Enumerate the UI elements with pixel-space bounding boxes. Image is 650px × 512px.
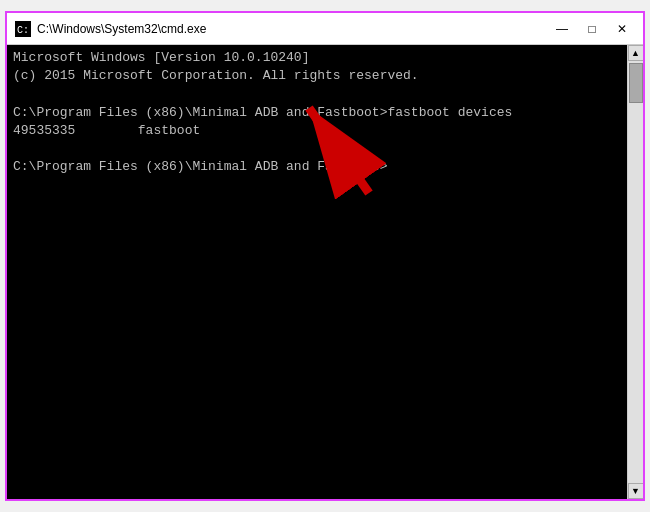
svg-text:C:: C: xyxy=(17,25,29,36)
titlebar-title: C:\Windows\System32\cmd.exe xyxy=(37,22,206,36)
minimize-button[interactable]: — xyxy=(549,19,575,39)
titlebar: C: C:\Windows\System32\cmd.exe — □ ✕ xyxy=(7,13,643,45)
scrollbar[interactable]: ▲ ▼ xyxy=(627,45,643,499)
cmd-content[interactable]: Microsoft Windows [Version 10.0.10240](c… xyxy=(7,45,627,499)
close-button[interactable]: ✕ xyxy=(609,19,635,39)
terminal-line: Microsoft Windows [Version 10.0.10240] xyxy=(13,49,621,67)
scrollbar-track[interactable] xyxy=(628,61,643,483)
terminal-line xyxy=(13,140,621,158)
terminal-line xyxy=(13,85,621,103)
cmd-window: Microsoft Windows [Version 10.0.10240](c… xyxy=(7,45,643,499)
titlebar-left: C: C:\Windows\System32\cmd.exe xyxy=(15,21,206,37)
maximize-button[interactable]: □ xyxy=(579,19,605,39)
titlebar-controls: — □ ✕ xyxy=(549,19,635,39)
scrollbar-thumb[interactable] xyxy=(629,63,643,103)
terminal-line: (c) 2015 Microsoft Corporation. All righ… xyxy=(13,67,621,85)
terminal-line: C:\Program Files (x86)\Minimal ADB and F… xyxy=(13,104,621,122)
terminal-line: C:\Program Files (x86)\Minimal ADB and F… xyxy=(13,158,621,176)
scroll-down-arrow[interactable]: ▼ xyxy=(628,483,644,499)
cmd-icon: C: xyxy=(15,21,31,37)
scroll-up-arrow[interactable]: ▲ xyxy=(628,45,644,61)
terminal-line: 49535335 fastboot xyxy=(13,122,621,140)
outer-frame: C: C:\Windows\System32\cmd.exe — □ ✕ Mic… xyxy=(5,11,645,501)
